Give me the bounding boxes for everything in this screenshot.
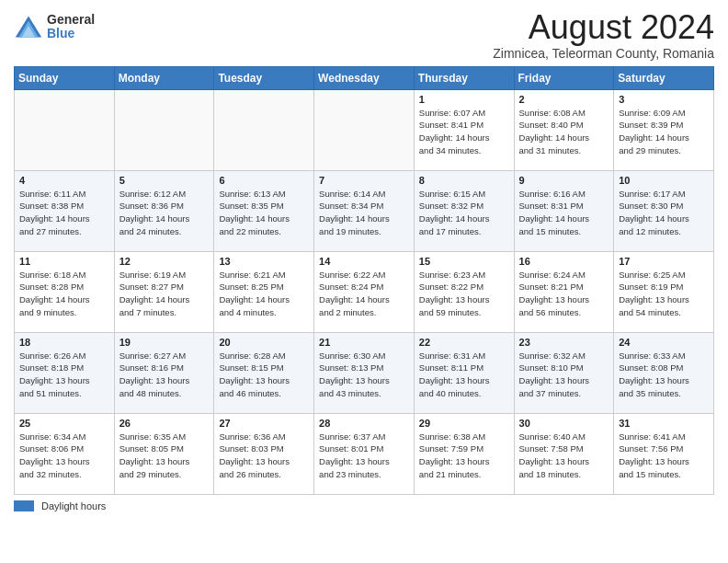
calendar-cell [214, 89, 314, 170]
day-info: Sunrise: 6:24 AM Sunset: 8:21 PM Dayligh… [519, 269, 609, 319]
day-number: 29 [419, 418, 509, 429]
day-number: 15 [419, 256, 509, 267]
day-info: Sunrise: 6:25 AM Sunset: 8:19 PM Dayligh… [619, 269, 709, 319]
day-number: 13 [219, 256, 309, 267]
day-number: 25 [19, 418, 109, 429]
day-number: 4 [19, 175, 109, 186]
day-number: 9 [519, 175, 609, 186]
day-info: Sunrise: 6:23 AM Sunset: 8:22 PM Dayligh… [419, 269, 509, 319]
day-number: 19 [119, 337, 210, 348]
calendar-cell: 22Sunrise: 6:31 AM Sunset: 8:11 PM Dayli… [414, 332, 514, 413]
day-number: 22 [419, 337, 509, 348]
calendar-cell [114, 89, 214, 170]
day-number: 11 [19, 256, 109, 267]
calendar-cell: 18Sunrise: 6:26 AM Sunset: 8:18 PM Dayli… [15, 332, 115, 413]
day-number: 16 [519, 256, 609, 267]
title-block: August 2024 Zimnicea, Teleorman County, … [493, 9, 714, 61]
calendar-cell: 24Sunrise: 6:33 AM Sunset: 8:08 PM Dayli… [614, 332, 714, 413]
calendar-cell: 1Sunrise: 6:07 AM Sunset: 8:41 PM Daylig… [414, 89, 514, 170]
calendar-cell: 10Sunrise: 6:17 AM Sunset: 8:30 PM Dayli… [614, 170, 714, 251]
day-info: Sunrise: 6:14 AM Sunset: 8:34 PM Dayligh… [319, 188, 409, 238]
calendar-cell: 8Sunrise: 6:15 AM Sunset: 8:32 PM Daylig… [414, 170, 514, 251]
day-info: Sunrise: 6:30 AM Sunset: 8:13 PM Dayligh… [319, 350, 409, 400]
logo-general-text: General [47, 13, 95, 27]
day-info: Sunrise: 6:26 AM Sunset: 8:18 PM Dayligh… [19, 350, 109, 400]
day-number: 7 [319, 175, 409, 186]
day-info: Sunrise: 6:09 AM Sunset: 8:39 PM Dayligh… [619, 107, 709, 157]
day-info: Sunrise: 6:31 AM Sunset: 8:11 PM Dayligh… [419, 350, 509, 400]
day-info: Sunrise: 6:27 AM Sunset: 8:16 PM Dayligh… [119, 350, 210, 400]
calendar-cell: 5Sunrise: 6:12 AM Sunset: 8:36 PM Daylig… [114, 170, 214, 251]
day-number: 26 [119, 418, 210, 429]
day-number: 27 [219, 418, 309, 429]
day-number: 23 [519, 337, 609, 348]
day-number: 30 [519, 418, 609, 429]
calendar-cell: 15Sunrise: 6:23 AM Sunset: 8:22 PM Dayli… [414, 251, 514, 332]
logo-text: General Blue [47, 13, 95, 41]
day-info: Sunrise: 6:34 AM Sunset: 8:06 PM Dayligh… [19, 431, 109, 481]
week-row-0: 1Sunrise: 6:07 AM Sunset: 8:41 PM Daylig… [15, 89, 714, 170]
day-info: Sunrise: 6:41 AM Sunset: 7:56 PM Dayligh… [619, 431, 709, 481]
calendar-cell [314, 89, 415, 170]
day-number: 28 [319, 418, 409, 429]
day-info: Sunrise: 6:07 AM Sunset: 8:41 PM Dayligh… [419, 107, 509, 157]
calendar-cell: 11Sunrise: 6:18 AM Sunset: 8:28 PM Dayli… [15, 251, 115, 332]
calendar-cell: 14Sunrise: 6:22 AM Sunset: 8:24 PM Dayli… [314, 251, 415, 332]
week-row-1: 4Sunrise: 6:11 AM Sunset: 8:38 PM Daylig… [15, 170, 714, 251]
week-row-2: 11Sunrise: 6:18 AM Sunset: 8:28 PM Dayli… [15, 251, 714, 332]
day-info: Sunrise: 6:17 AM Sunset: 8:30 PM Dayligh… [619, 188, 709, 238]
logo: General Blue [14, 13, 95, 41]
day-info: Sunrise: 6:35 AM Sunset: 8:05 PM Dayligh… [119, 431, 210, 481]
calendar-cell: 12Sunrise: 6:19 AM Sunset: 8:27 PM Dayli… [114, 251, 214, 332]
day-number: 20 [219, 337, 309, 348]
page: General Blue August 2024 Zimnicea, Teleo… [0, 0, 728, 563]
calendar-cell: 23Sunrise: 6:32 AM Sunset: 8:10 PM Dayli… [514, 332, 614, 413]
day-info: Sunrise: 6:15 AM Sunset: 8:32 PM Dayligh… [419, 188, 509, 238]
calendar-cell: 2Sunrise: 6:08 AM Sunset: 8:40 PM Daylig… [514, 89, 614, 170]
daylight-legend-box [14, 500, 34, 511]
calendar-cell: 16Sunrise: 6:24 AM Sunset: 8:21 PM Dayli… [514, 251, 614, 332]
day-header-sunday: Sunday [15, 66, 115, 89]
day-info: Sunrise: 6:22 AM Sunset: 8:24 PM Dayligh… [319, 269, 409, 319]
day-number: 24 [619, 337, 709, 348]
day-info: Sunrise: 6:37 AM Sunset: 8:01 PM Dayligh… [319, 431, 409, 481]
calendar-cell: 29Sunrise: 6:38 AM Sunset: 7:59 PM Dayli… [414, 413, 514, 494]
day-number: 21 [319, 337, 409, 348]
day-info: Sunrise: 6:38 AM Sunset: 7:59 PM Dayligh… [419, 431, 509, 481]
day-info: Sunrise: 6:19 AM Sunset: 8:27 PM Dayligh… [119, 269, 210, 319]
day-header-row: SundayMondayTuesdayWednesdayThursdayFrid… [15, 66, 714, 89]
day-info: Sunrise: 6:40 AM Sunset: 7:58 PM Dayligh… [519, 431, 609, 481]
day-info: Sunrise: 6:33 AM Sunset: 8:08 PM Dayligh… [619, 350, 709, 400]
day-info: Sunrise: 6:18 AM Sunset: 8:28 PM Dayligh… [19, 269, 109, 319]
day-number: 17 [619, 256, 709, 267]
day-info: Sunrise: 6:32 AM Sunset: 8:10 PM Dayligh… [519, 350, 609, 400]
calendar-cell: 9Sunrise: 6:16 AM Sunset: 8:31 PM Daylig… [514, 170, 614, 251]
day-info: Sunrise: 6:16 AM Sunset: 8:31 PM Dayligh… [519, 188, 609, 238]
week-row-4: 25Sunrise: 6:34 AM Sunset: 8:06 PM Dayli… [15, 413, 714, 494]
day-header-thursday: Thursday [414, 66, 514, 89]
day-info: Sunrise: 6:11 AM Sunset: 8:38 PM Dayligh… [19, 188, 109, 238]
day-number: 6 [219, 175, 309, 186]
logo-icon [14, 14, 43, 40]
calendar-cell: 6Sunrise: 6:13 AM Sunset: 8:35 PM Daylig… [214, 170, 314, 251]
day-number: 10 [619, 175, 709, 186]
calendar-table: SundayMondayTuesdayWednesdayThursdayFrid… [14, 66, 714, 495]
day-number: 31 [619, 418, 709, 429]
day-info: Sunrise: 6:36 AM Sunset: 8:03 PM Dayligh… [219, 431, 309, 481]
day-info: Sunrise: 6:12 AM Sunset: 8:36 PM Dayligh… [119, 188, 210, 238]
calendar-cell: 31Sunrise: 6:41 AM Sunset: 7:56 PM Dayli… [614, 413, 714, 494]
calendar-cell [15, 89, 115, 170]
day-number: 1 [419, 94, 509, 105]
header: General Blue August 2024 Zimnicea, Teleo… [14, 9, 714, 61]
calendar-cell: 17Sunrise: 6:25 AM Sunset: 8:19 PM Dayli… [614, 251, 714, 332]
day-header-friday: Friday [514, 66, 614, 89]
calendar-cell: 13Sunrise: 6:21 AM Sunset: 8:25 PM Dayli… [214, 251, 314, 332]
day-info: Sunrise: 6:28 AM Sunset: 8:15 PM Dayligh… [219, 350, 309, 400]
day-header-saturday: Saturday [614, 66, 714, 89]
calendar-cell: 19Sunrise: 6:27 AM Sunset: 8:16 PM Dayli… [114, 332, 214, 413]
calendar-cell: 28Sunrise: 6:37 AM Sunset: 8:01 PM Dayli… [314, 413, 415, 494]
day-header-monday: Monday [114, 66, 214, 89]
day-number: 8 [419, 175, 509, 186]
logo-blue-text: Blue [47, 27, 95, 40]
day-number: 18 [19, 337, 109, 348]
